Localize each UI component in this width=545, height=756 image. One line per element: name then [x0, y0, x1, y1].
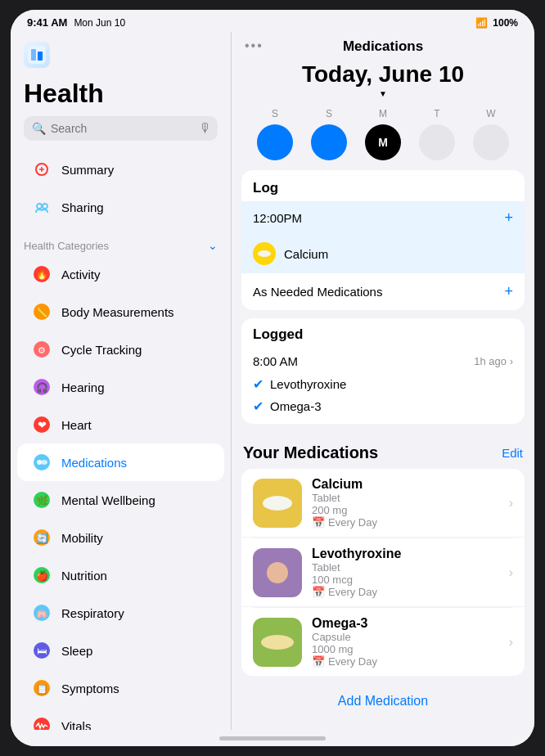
categories-chevron[interactable]: ⌄ [208, 239, 218, 252]
nutrition-label: Nutrition [61, 569, 107, 583]
day-col-m: M M [365, 108, 401, 160]
search-bar[interactable]: 🔍 🎙 [24, 116, 218, 141]
your-meds-title: Your Medications [243, 443, 378, 462]
day-circle-m[interactable]: M [365, 124, 401, 160]
device-frame: 9:41 AM Mon Jun 10 📶 100% Health [11, 10, 534, 746]
levothyroxine-freq: 📅 Every Day [312, 586, 499, 598]
sidebar-item-body[interactable]: 📏 Body Measurements [17, 293, 224, 331]
day-letter-w: W [486, 108, 495, 119]
svg-text:🫁: 🫁 [36, 608, 47, 619]
mental-icon: 🌿 [30, 488, 53, 511]
levothyroxine-name: Levothyroxine [312, 547, 499, 561]
edit-button[interactable]: Edit [502, 446, 523, 460]
sleep-label: Sleep [61, 644, 92, 658]
sidebar-item-vitals[interactable]: Vitals [17, 707, 224, 730]
date-triangle: ▼ [232, 89, 534, 98]
svg-point-36 [263, 496, 292, 511]
symptoms-icon: 📋 [30, 677, 53, 700]
log-card: Log 12:00PM + Calcium [241, 170, 525, 310]
log-med-row[interactable]: Calcium [241, 236, 525, 273]
body-icon: 📏 [30, 300, 53, 323]
calendar-icon-3: 📅 [312, 655, 325, 668]
sidebar-item-cycle[interactable]: ⚙ Cycle Tracking [17, 331, 224, 368]
home-indicator [11, 730, 534, 746]
battery-label: 100% [493, 17, 518, 29]
day-letter-m: M [379, 108, 387, 119]
day-circle-s1[interactable] [257, 124, 293, 160]
sidebar-item-activity[interactable]: 🔥 Activity [17, 255, 224, 293]
sidebar-item-mobility[interactable]: 🔄 Mobility [17, 519, 224, 556]
sleep-icon: 🛏 [30, 639, 53, 662]
svg-point-35 [258, 250, 271, 257]
sidebar-item-nutrition[interactable]: 🍎 Nutrition [17, 556, 224, 594]
mobility-icon: 🔄 [30, 526, 53, 549]
search-input[interactable] [51, 122, 194, 135]
med-item-levothyroxine[interactable]: Levothyroxine Tablet 100 mcg 📅 Every Day… [241, 538, 525, 607]
sidebar-item-hearing[interactable]: 🎧 Hearing [17, 368, 224, 406]
calcium-dose: 200 mg [312, 504, 499, 516]
summary-icon [30, 158, 53, 181]
omega-chevron: › [509, 635, 513, 650]
day-circle-t1[interactable] [419, 124, 455, 160]
calcium-type: Tablet [312, 492, 499, 504]
log-add-btn[interactable]: + [504, 209, 513, 227]
log-time-row: 12:00PM + [241, 201, 525, 236]
logged-med-levothyroxine[interactable]: ✔ Levothyroxine [241, 373, 525, 395]
calendar-icon-2: 📅 [312, 586, 325, 598]
sharing-label: Sharing [61, 200, 104, 214]
svg-rect-2 [38, 52, 43, 61]
svg-text:📋: 📋 [36, 682, 48, 695]
sidebar-item-summary[interactable]: Summary [17, 151, 224, 188]
logged-title: Logged [253, 326, 303, 342]
medications-icon [30, 451, 53, 474]
sidebar-item-respiratory[interactable]: 🫁 Respiratory [17, 594, 224, 632]
meds-list: Calcium Tablet 200 mg 📅 Every Day › [241, 469, 525, 676]
calcium-name: Calcium [312, 477, 499, 492]
omega-dose: 1000 mg [312, 643, 499, 655]
svg-rect-1 [31, 49, 36, 61]
svg-point-4 [43, 204, 47, 209]
svg-point-38 [261, 635, 294, 650]
levothyroxine-thumbnail [253, 548, 302, 597]
home-bar [219, 736, 326, 740]
vitals-label: Vitals [61, 719, 91, 730]
medications-label: Medications [61, 456, 127, 470]
add-medication-button[interactable]: Add Medication [232, 682, 534, 720]
omega-thumbnail [253, 618, 302, 667]
levothyroxine-chevron: › [509, 565, 513, 580]
week-row: S S M M T W [232, 105, 534, 170]
activity-icon: 🔥 [30, 263, 53, 286]
cycle-icon: ⚙ [30, 338, 53, 361]
vitals-icon [30, 714, 53, 730]
med-item-calcium[interactable]: Calcium Tablet 200 mg 📅 Every Day › [241, 469, 525, 538]
svg-text:🔥: 🔥 [35, 267, 49, 281]
logged-med-omega[interactable]: ✔ Omega-3 [241, 395, 525, 424]
omega-name: Omega-3 [312, 616, 499, 631]
day-circle-w[interactable] [473, 124, 509, 160]
sidebar-item-heart[interactable]: ❤ Heart [17, 406, 224, 443]
wifi-icon: 📶 [475, 17, 488, 29]
check-icon-2: ✔ [253, 398, 263, 414]
status-date: Mon Jun 10 [74, 17, 125, 29]
svg-text:🔄: 🔄 [36, 532, 48, 544]
as-needed-label: As Needed Medications [253, 285, 382, 299]
sidebar-item-medications[interactable]: Medications [17, 443, 224, 481]
check-icon-1: ✔ [253, 376, 263, 392]
as-needed-add-btn[interactable]: + [504, 283, 513, 300]
content-header: ••• Medications [232, 32, 534, 58]
sidebar-item-sharing[interactable]: Sharing [17, 188, 224, 226]
day-circle-s2[interactable] [311, 124, 347, 160]
med-item-omega[interactable]: Omega-3 Capsule 1000 mg 📅 Every Day › [241, 608, 525, 676]
activity-label: Activity [61, 268, 101, 281]
day-letter-s2: S [326, 108, 332, 119]
more-icon[interactable]: ••• [245, 38, 263, 53]
calcium-thumbnail [253, 479, 302, 528]
sidebar-item-sleep[interactable]: 🛏 Sleep [17, 632, 224, 669]
app-icon [24, 42, 50, 68]
body-label: Body Measurements [61, 305, 174, 319]
sidebar-item-mental[interactable]: 🌿 Mental Wellbeing [17, 481, 224, 519]
date-heading: Today, June 10 [232, 61, 534, 88]
microphone-icon[interactable]: 🎙 [199, 121, 212, 136]
sidebar-item-symptoms[interactable]: 📋 Symptoms [17, 669, 224, 707]
calendar-icon: 📅 [312, 516, 325, 529]
